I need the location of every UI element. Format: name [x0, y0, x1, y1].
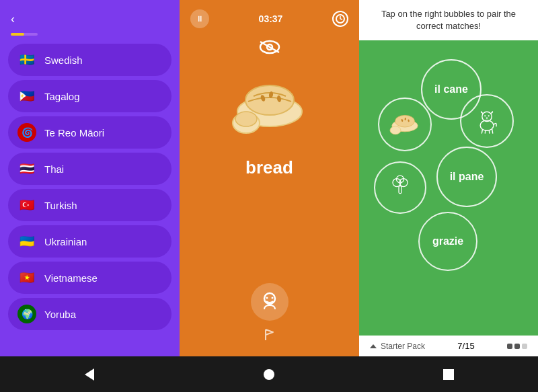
lang-item-tagalog[interactable]: 🇵🇭 Tagalog: [8, 80, 171, 112]
svg-point-9: [235, 112, 257, 126]
lang-name-turkish: Turkish: [44, 200, 77, 211]
svg-point-24: [484, 116, 486, 117]
left-panel: ‹ 🇸🇪 Swedish 🇵🇭 Tagalog 🌀 Te Reo Māori 🇹…: [0, 0, 180, 356]
svg-rect-34: [399, 186, 401, 194]
flag-turkish: 🇹🇷: [17, 196, 36, 214]
svg-line-30: [492, 129, 493, 134]
flag-icon-bottom[interactable]: [262, 327, 277, 346]
middle-panel: ⏸ 03:37: [180, 0, 359, 356]
broccoli-bubble-icon: [387, 174, 414, 201]
lang-name-swedish: Swedish: [44, 54, 83, 66]
right-footer: Starter Pack 7/15: [359, 336, 538, 356]
flag-vietnamese: 🇻🇳: [17, 268, 36, 287]
svg-point-25: [488, 116, 490, 117]
lang-item-vietnamese[interactable]: 🇻🇳 Vietnamese: [8, 262, 171, 294]
progress-bar: [11, 33, 38, 36]
chevron-up-icon: [370, 344, 377, 348]
lang-name-tagalog: Tagalog: [44, 91, 80, 102]
progress-bar-container: [0, 33, 180, 44]
avatar-circle[interactable]: [251, 283, 289, 321]
svg-point-26: [486, 118, 488, 119]
bubble-grazie[interactable]: grazie: [418, 212, 477, 271]
svg-line-28: [485, 130, 486, 134]
lang-item-turkish[interactable]: 🇹🇷 Turkish: [8, 189, 171, 221]
bubble-grazie-text: grazie: [432, 235, 463, 247]
progress-fill: [11, 33, 24, 36]
bread-svg: [229, 75, 310, 142]
nav-menu-button[interactable]: [435, 361, 462, 388]
flag-yoruba: 🌍: [17, 305, 36, 323]
pause-icon: ⏸: [196, 14, 204, 24]
instruction-text: Tap on the right bubbles to pair the cor…: [381, 9, 516, 31]
nav-home-icon: [264, 369, 274, 380]
bubble-il-pane[interactable]: il pane: [436, 147, 497, 207]
flag-tagalog: 🇵🇭: [17, 87, 36, 106]
flag-maori: 🌀: [17, 123, 36, 142]
svg-line-27: [482, 130, 482, 134]
pause-button[interactable]: ⏸: [190, 9, 209, 28]
progress-dot-3: [522, 344, 527, 349]
svg-line-29: [489, 130, 490, 134]
flag-thai: 🇹🇭: [17, 159, 36, 178]
svg-point-33: [397, 175, 404, 183]
flag-ukrainian: 🇺🇦: [17, 232, 36, 251]
bubble-broccoli-image[interactable]: [374, 161, 426, 214]
lang-name-maori: Te Reo Māori: [44, 127, 104, 139]
nav-back-icon: [85, 368, 94, 381]
flag-swedish: 🇸🇪: [17, 50, 36, 69]
instruction-box: Tap on the right bubbles to pair the cor…: [359, 0, 538, 40]
clock-svg: [335, 13, 346, 24]
bread-image: [226, 71, 313, 145]
back-button[interactable]: ‹: [0, 8, 180, 33]
lang-item-swedish[interactable]: 🇸🇪 Swedish: [8, 44, 171, 76]
nav-back-button[interactable]: [76, 361, 103, 388]
right-panel: Tap on the right bubbles to pair the cor…: [359, 0, 538, 356]
eye-icon: [258, 39, 282, 55]
svg-point-15: [271, 297, 273, 299]
bubble-il-pane-text: il pane: [450, 171, 484, 183]
flag-icon: [262, 327, 277, 342]
lang-item-yoruba[interactable]: 🌍 Yoruba: [8, 298, 171, 330]
starter-pack-text: Starter Pack: [381, 342, 425, 351]
svg-point-17: [395, 116, 415, 128]
lang-name-thai: Thai: [44, 163, 64, 175]
nav-home-button[interactable]: [256, 361, 282, 388]
svg-line-2: [340, 19, 342, 19]
word-label: bread: [245, 157, 293, 178]
svg-point-14: [266, 297, 268, 299]
lang-name-vietnamese: Vietnamese: [44, 272, 98, 284]
starter-pack-label[interactable]: Starter Pack: [370, 342, 425, 351]
lang-item-thai[interactable]: 🇹🇭 Thai: [8, 153, 171, 185]
eye-icon-container[interactable]: [258, 39, 282, 58]
timer-icon: [332, 11, 348, 27]
svg-point-18: [390, 126, 401, 134]
nav-menu-icon: [443, 369, 454, 380]
lang-item-ukrainian[interactable]: 🇺🇦 Ukrainian: [8, 225, 171, 258]
dog-bubble-icon: [472, 106, 502, 136]
bubble-il-cane-text: il cane: [434, 83, 468, 95]
progress-dots: [507, 344, 527, 349]
mid-header: ⏸ 03:37: [180, 9, 359, 35]
bubble-dog-image[interactable]: [460, 94, 514, 148]
timer-display: 03:37: [259, 13, 283, 24]
lang-name-ukrainian: Ukrainian: [44, 236, 87, 247]
lang-name-yoruba: Yoruba: [44, 309, 76, 320]
lang-item-te-reo-maori[interactable]: 🌀 Te Reo Māori: [8, 116, 171, 149]
avatar-svg: [258, 290, 281, 313]
bubbles-area: il cane: [359, 40, 538, 336]
language-list: 🇸🇪 Swedish 🇵🇭 Tagalog 🌀 Te Reo Māori 🇹🇭 …: [0, 44, 180, 330]
bread-bubble-icon: [389, 110, 421, 139]
mid-bottom: [180, 272, 359, 356]
bottom-nav: [0, 356, 538, 392]
progress-dot-2: [514, 344, 520, 349]
progress-fraction: 7/15: [457, 341, 474, 351]
bubble-bread-image[interactable]: [378, 97, 432, 151]
progress-dot-1: [507, 344, 512, 349]
